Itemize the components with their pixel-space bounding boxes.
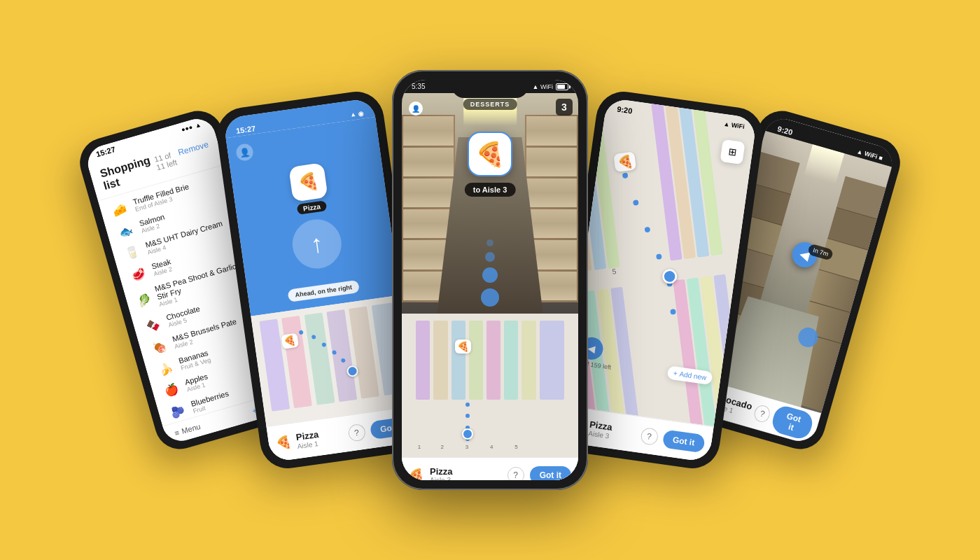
- aisle-label-3: 3: [465, 444, 468, 450]
- question-button-r2[interactable]: ?: [752, 404, 771, 424]
- question-button[interactable]: ?: [347, 423, 366, 442]
- item-bottom-bar-center: 🍕 Pizza Aisle 3 ? Got it: [402, 457, 578, 480]
- item-emoji: 🍖: [149, 338, 170, 356]
- center-notch: [451, 80, 528, 98]
- time-center: 5:35: [412, 83, 425, 90]
- nav-top: 👤 🍕 Pizza ↑ Ahead, on the right: [225, 117, 400, 316]
- time-right1: 9:20: [617, 105, 633, 115]
- menu-button[interactable]: ≡ Menu: [174, 422, 202, 438]
- item-emoji: 🥬: [135, 292, 153, 309]
- ar-user-icon: 👤: [409, 102, 423, 115]
- store-corridor: DESSERTS 3 👤 🍕 to Aisle 3: [402, 93, 578, 314]
- to-aisle-badge: to Aisle 3: [465, 183, 516, 197]
- user-map-dot: [462, 428, 473, 440]
- pizza-map-marker: 🍕: [281, 333, 299, 349]
- pizza-map-marker: 🍕: [455, 340, 471, 354]
- pizza-label: Pizza: [297, 200, 327, 215]
- status-icons: ▲ ◉: [349, 109, 364, 118]
- ar-section-label: DESSERTS: [463, 99, 517, 110]
- item-emoji: 🍕: [274, 434, 292, 451]
- item-emoji-center: 🍕: [409, 468, 424, 480]
- item-emoji: 🍌: [155, 359, 176, 377]
- got-it-button-r2[interactable]: Got it: [770, 404, 816, 442]
- expand-map-button[interactable]: ⊞: [720, 139, 745, 164]
- direction-arrow-icon: ↑: [309, 231, 325, 258]
- pizza-map-marker-r1: 🍕: [614, 151, 637, 172]
- item-emoji: 🥩: [128, 265, 149, 283]
- ar-aisle-number: 3: [556, 99, 573, 115]
- item-emoji: 🫐: [167, 402, 188, 420]
- direction-badge: Ahead, on the right: [288, 280, 360, 302]
- item-emoji: 🍫: [143, 316, 164, 334]
- pizza-ar-icon: 🍕: [468, 132, 512, 176]
- ar-camera-view: DESSERTS 3 👤 🍕 to Aisle 3: [402, 93, 578, 314]
- aisle-label-1: 1: [418, 444, 421, 450]
- time-left1: 15:27: [235, 124, 256, 135]
- question-button-center[interactable]: ?: [507, 467, 524, 480]
- remove-button[interactable]: Remove: [177, 139, 210, 158]
- got-it-button-center[interactable]: Got it: [530, 466, 571, 480]
- aisle-label-2: 2: [440, 444, 443, 450]
- battery-icon: [556, 83, 568, 90]
- center-store-map: 1 2 3 4 5 🍕: [402, 314, 578, 457]
- pizza-icon: 🍕: [288, 162, 328, 202]
- item-emoji: 🧀: [109, 201, 130, 218]
- phone-center: 5:35 ▲ WiFi: [392, 70, 588, 490]
- user-icon: 👤: [235, 143, 254, 162]
- item-emoji: 🥛: [122, 244, 143, 261]
- got-it-button-r1[interactable]: Got it: [662, 429, 706, 453]
- question-button-r1[interactable]: ?: [640, 426, 659, 445]
- item-emoji: 🐟: [115, 222, 136, 239]
- direction-arrow-circle: ↑: [289, 216, 344, 272]
- aisle-label-5: 5: [514, 444, 517, 450]
- full-store-map: 1 2 3 4 5 🍕: [564, 97, 757, 426]
- center-map-section: 1 2 3 4 5 🍕 🍕 Pizza Aisl: [402, 314, 578, 480]
- ar-nav-dots: [481, 239, 499, 307]
- phone-center-screen: 5:35 ▲ WiFi: [402, 80, 578, 480]
- aisle-label-4: 4: [490, 444, 493, 450]
- item-emoji: 🍎: [161, 381, 182, 398]
